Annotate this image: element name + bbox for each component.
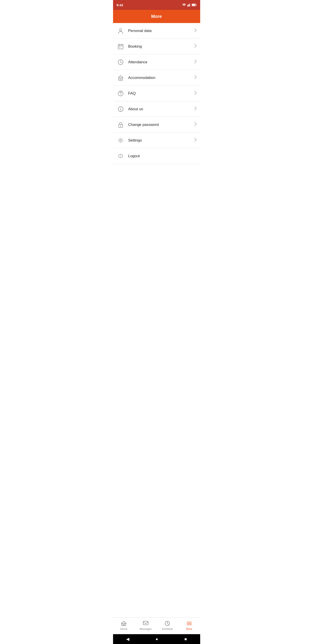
status-icons — [182, 3, 197, 6]
question-icon — [117, 90, 125, 98]
chevron-icon — [194, 75, 197, 80]
signal-icon — [187, 3, 190, 6]
chevron-icon — [194, 44, 197, 49]
svg-line-32 — [167, 624, 168, 624]
calendar-icon — [117, 42, 125, 50]
menu-label-accommodation: Accommodation — [128, 76, 194, 80]
menu-label-faq: FAQ — [128, 91, 194, 96]
wifi-icon — [182, 3, 186, 6]
nav-item-schedule[interactable]: Schedule — [157, 620, 179, 632]
home-nav-icon — [121, 620, 127, 626]
clock-icon — [117, 58, 125, 66]
menu-item-settings[interactable]: Settings — [113, 132, 200, 148]
status-time: 9:42 — [117, 3, 123, 7]
menu-item-logout[interactable]: Logout — [113, 148, 200, 164]
svg-rect-0 — [187, 5, 188, 6]
menu-item-personal-data[interactable]: Personal data — [113, 23, 200, 39]
bottom-navigation: Home Messages Schedule — [113, 618, 200, 634]
person-icon — [117, 27, 125, 35]
svg-rect-1 — [188, 4, 189, 6]
svg-point-24 — [120, 126, 121, 126]
menu-item-booking[interactable]: Booking — [113, 39, 200, 54]
nav-label-schedule: Schedule — [162, 628, 173, 630]
schedule-nav-icon — [164, 620, 170, 626]
menu-item-about-us[interactable]: About us — [113, 101, 200, 117]
menu-label-personal-data: Personal data — [128, 28, 194, 33]
recents-button[interactable]: ■ — [183, 635, 189, 643]
nav-label-home: Home — [120, 628, 127, 630]
svg-point-7 — [119, 28, 122, 31]
info-icon — [117, 105, 125, 113]
more-nav-icon — [186, 620, 192, 626]
chevron-icon — [194, 91, 197, 96]
menu-item-faq[interactable]: FAQ — [113, 86, 200, 101]
menu-item-attendance[interactable]: Attendance — [113, 54, 200, 70]
menu-label-logout: Logout — [128, 154, 197, 158]
nav-item-more[interactable]: More — [178, 620, 200, 632]
svg-rect-2 — [189, 4, 190, 6]
svg-rect-29 — [143, 621, 148, 625]
chevron-icon — [194, 28, 197, 33]
android-nav-bar: ◀ ● ■ — [113, 634, 200, 644]
svg-rect-6 — [192, 4, 195, 6]
chevron-icon — [194, 60, 197, 64]
menu-label-change-password: Change password — [128, 122, 194, 127]
svg-point-22 — [120, 108, 121, 108]
svg-point-25 — [120, 140, 122, 141]
svg-rect-28 — [123, 624, 124, 626]
svg-rect-12 — [119, 47, 120, 48]
menu-label-about-us: About us — [128, 107, 194, 111]
status-bar: 9:42 — [113, 0, 200, 10]
nav-item-messages[interactable]: Messages — [135, 620, 157, 632]
home-icon — [117, 74, 125, 82]
battery-icon — [192, 4, 197, 6]
messages-nav-icon — [143, 620, 149, 626]
lock-icon — [117, 121, 125, 129]
back-button[interactable]: ◀ — [124, 635, 131, 643]
svg-line-15 — [121, 62, 122, 63]
menu-label-settings: Settings — [128, 138, 194, 143]
nav-label-more: More — [186, 628, 192, 630]
svg-point-19 — [120, 94, 121, 95]
menu-item-change-password[interactable]: Change password — [113, 117, 200, 132]
page-header: More — [113, 10, 200, 23]
content-spacer — [113, 164, 200, 231]
page-title: More — [151, 14, 162, 19]
menu-item-accommodation[interactable]: Accommodation — [113, 70, 200, 86]
home-button[interactable]: ● — [154, 635, 160, 643]
menu-label-attendance: Attendance — [128, 60, 194, 64]
power-icon — [117, 152, 125, 160]
menu-label-booking: Booking — [128, 44, 194, 49]
svg-rect-16 — [119, 78, 123, 80]
nav-item-home[interactable]: Home — [113, 620, 135, 632]
svg-rect-5 — [196, 4, 196, 5]
menu-list: Personal data Booking — [113, 23, 200, 164]
chevron-icon — [194, 106, 197, 112]
svg-rect-8 — [118, 44, 123, 49]
settings-icon — [117, 136, 125, 144]
svg-rect-3 — [190, 3, 190, 6]
chevron-icon — [194, 122, 197, 127]
nav-label-messages: Messages — [139, 628, 152, 630]
svg-rect-17 — [120, 79, 121, 80]
chevron-icon — [194, 138, 197, 143]
